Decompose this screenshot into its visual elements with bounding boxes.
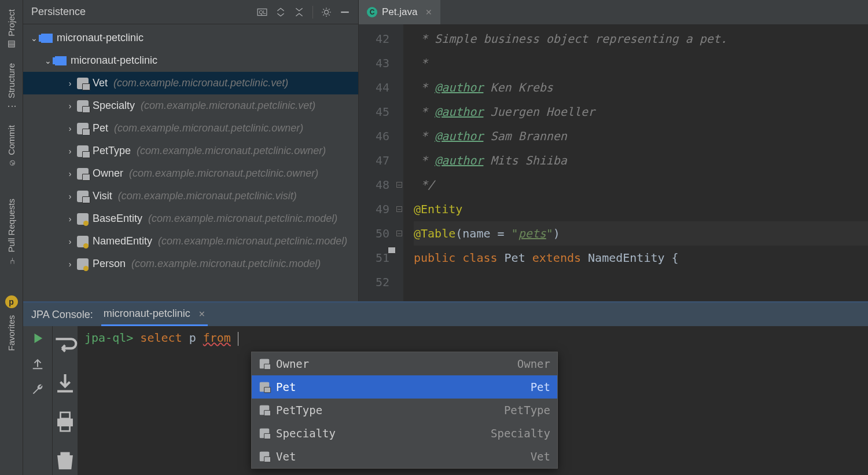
autocomplete-popup[interactable]: OwnerOwnerPetPetPetTypePetTypeSpecialtyS… — [251, 352, 558, 469]
tree-entity-specialty[interactable]: ›Specialty(com.example.micronaut.petclin… — [23, 94, 358, 117]
completion-label: Vet — [276, 450, 531, 463]
entity-icon — [260, 359, 270, 369]
structure-tool-tab[interactable]: ⋮ Structure — [4, 56, 19, 118]
separator — [312, 6, 313, 19]
completion-type: Pet — [531, 381, 550, 393]
code-area[interactable]: * Simple business object representing a … — [403, 24, 868, 301]
completion-label: PetType — [276, 404, 504, 416]
tree-entity-pet[interactable]: ›Pet(com.example.micronaut.petclinic.own… — [23, 117, 358, 140]
tree-entity-pettype[interactable]: ›PetType(com.example.micronaut.petclinic… — [23, 140, 358, 162]
entity-gutter-icon[interactable] — [382, 253, 393, 263]
code-line[interactable]: */ — [414, 173, 868, 197]
entity-icon — [260, 452, 270, 462]
module-icon — [54, 54, 67, 67]
git-branch-icon: ⑂ — [7, 256, 16, 265]
collapse-all-icon[interactable] — [294, 7, 304, 17]
fold-marker[interactable]: – — [396, 206, 402, 212]
tree-entity-visit[interactable]: ›Visit(com.example.micronaut.petclinic.v… — [23, 185, 358, 207]
code-line[interactable]: * @author Ken Krebs — [414, 75, 868, 100]
chevron-right-icon[interactable]: › — [65, 147, 75, 156]
entity-name: Person — [93, 258, 126, 270]
tool-window-bar: ▤ Project ⋮ Structure ⎋ Commit ⑂ Pull Re… — [0, 0, 23, 475]
settings-wrench-icon[interactable] — [31, 383, 44, 396]
tree-root[interactable]: ⌄ micronaut-petclinic — [23, 27, 358, 49]
print-icon[interactable] — [53, 408, 78, 435]
download-icon[interactable] — [53, 370, 78, 397]
persistence-tree[interactable]: ⌄ micronaut-petclinic ⌄ micronaut-petcli… — [23, 24, 358, 301]
code-line[interactable]: public class Pet extends NamedEntity { — [414, 246, 868, 270]
commit-tool-tab[interactable]: ⎋ Commit — [4, 118, 19, 175]
console-session-tab[interactable]: micronaut-petclinic ✕ — [101, 303, 208, 326]
chevron-right-icon[interactable]: › — [65, 124, 75, 133]
completion-item-owner[interactable]: OwnerOwner — [252, 352, 557, 375]
user-avatar[interactable]: p — [5, 295, 18, 308]
tree-module[interactable]: ⌄ micronaut-petclinic — [23, 49, 358, 72]
chevron-down-icon[interactable]: ⌄ — [43, 56, 53, 65]
gear-icon[interactable] — [321, 7, 332, 17]
code-line[interactable]: * — [414, 51, 868, 75]
fold-marker[interactable]: – — [396, 182, 402, 188]
run-icon[interactable] — [31, 332, 44, 345]
code-line[interactable] — [414, 270, 868, 294]
tree-entity-vet[interactable]: ›Vet(com.example.micronaut.petclinic.vet… — [23, 72, 358, 94]
fold-gutter[interactable]: ––– — [395, 24, 403, 301]
completion-label: Owner — [276, 357, 517, 370]
entity-name: Owner — [93, 167, 123, 180]
trash-icon[interactable] — [53, 447, 78, 473]
wrap-icon[interactable] — [53, 332, 78, 359]
entity-package: (com.example.micronaut.petclinic.vet) — [113, 77, 288, 89]
project-tool-tab[interactable]: ▤ Project — [4, 2, 19, 56]
entity-icon — [76, 77, 89, 90]
console-title: JPA Console: — [31, 309, 93, 321]
editor-tab-pet[interactable]: C Pet.java ✕ — [359, 0, 440, 24]
fold-marker[interactable]: – — [396, 231, 402, 236]
chevron-right-icon[interactable]: › — [65, 169, 75, 178]
module-icon — [41, 32, 53, 45]
favorites-tool-tab[interactable]: Favorites — [4, 308, 19, 358]
hide-icon[interactable] — [340, 7, 350, 17]
entity-name: Vet — [93, 77, 108, 89]
code-line[interactable]: * @author Juergen Hoeller — [414, 100, 868, 124]
completion-item-pet[interactable]: PetPet — [252, 375, 557, 399]
code-line[interactable]: @Table(name = "pets") — [414, 221, 868, 246]
query-input[interactable]: jpa-ql> select p from OwnerOwnerPetPetPe… — [78, 326, 868, 475]
code-line[interactable]: * Simple business object representing a … — [414, 27, 868, 51]
entity-package: (com.example.micronaut.petclinic.model) — [158, 235, 347, 247]
chevron-right-icon[interactable]: › — [65, 79, 75, 88]
console-toolbar — [23, 326, 52, 475]
entity-package: (com.example.micronaut.petclinic.owner) — [114, 122, 303, 134]
tree-entity-baseentity[interactable]: ›BaseEntity(com.example.micronaut.petcli… — [23, 207, 358, 230]
chevron-right-icon[interactable]: › — [65, 214, 75, 224]
chevron-down-icon[interactable]: ⌄ — [29, 34, 39, 43]
ql-icon[interactable]: QL — [257, 7, 267, 17]
code-line[interactable]: * @author Mits Shiiba — [414, 148, 868, 173]
svg-point-2 — [325, 10, 329, 14]
code-line[interactable]: @Entity — [414, 197, 868, 221]
completion-type: Owner — [517, 357, 550, 370]
tree-entity-namedentity[interactable]: ›NamedEntity(com.example.micronaut.petcl… — [23, 230, 358, 253]
pull-requests-tool-tab[interactable]: ⑂ Pull Requests — [4, 192, 19, 272]
code-editor[interactable]: 4243444546474849505152 ––– * Simple busi… — [359, 24, 868, 301]
completion-item-pettype[interactable]: PetTypePetType — [252, 399, 557, 422]
entity-icon — [76, 190, 89, 203]
export-icon[interactable] — [31, 357, 44, 370]
tree-entity-person[interactable]: ›Person(com.example.micronaut.petclinic.… — [23, 253, 358, 275]
completion-label: Pet — [276, 381, 531, 393]
completion-item-vet[interactable]: VetVet — [252, 445, 557, 468]
entity-package: (com.example.micronaut.petclinic.model) — [148, 213, 337, 225]
chevron-right-icon[interactable]: › — [65, 237, 75, 246]
close-icon[interactable]: ✕ — [425, 8, 432, 17]
chevron-right-icon[interactable]: › — [65, 192, 75, 201]
expand-all-icon[interactable] — [275, 7, 286, 17]
close-icon[interactable]: ✕ — [198, 309, 205, 319]
code-line[interactable]: * @author Sam Brannen — [414, 124, 868, 148]
chevron-right-icon[interactable]: › — [65, 260, 75, 269]
entity-icon — [260, 382, 270, 392]
completion-item-specialty[interactable]: SpecialtySpecialty — [252, 422, 557, 445]
svg-rect-3 — [341, 11, 349, 12]
tree-entity-owner[interactable]: ›Owner(com.example.micronaut.petclinic.o… — [23, 162, 358, 185]
entity-package: (com.example.micronaut.petclinic.visit) — [118, 190, 297, 202]
entity-package: (com.example.micronaut.petclinic.owner) — [137, 145, 326, 157]
chevron-right-icon[interactable]: › — [65, 101, 75, 111]
entity-name: PetType — [93, 145, 131, 157]
